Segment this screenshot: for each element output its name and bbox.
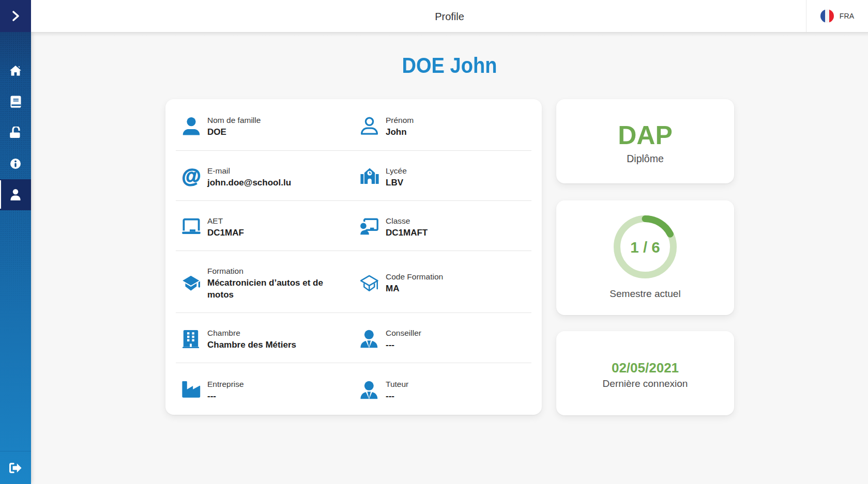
- svg-text:1 / 6: 1 / 6: [630, 239, 660, 256]
- svg-text:@: @: [182, 166, 201, 187]
